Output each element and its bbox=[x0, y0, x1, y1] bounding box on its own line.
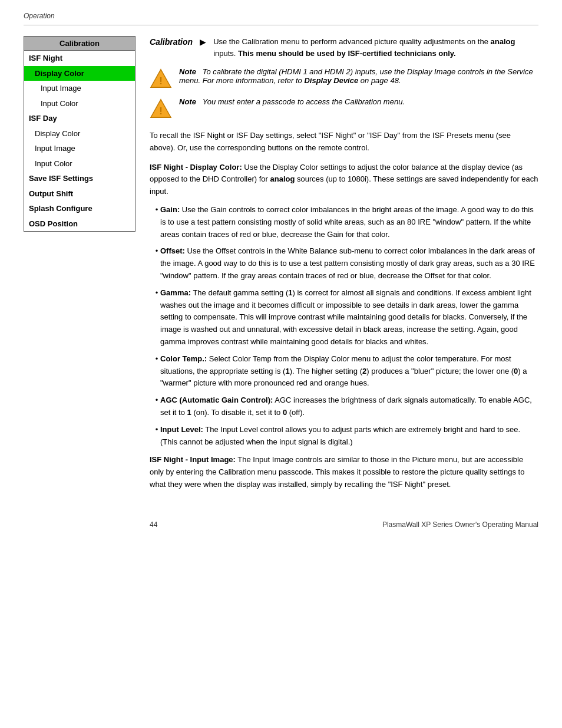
top-divider bbox=[24, 25, 538, 25]
page-number: 44 bbox=[150, 521, 157, 529]
sidebar-item-save-isf[interactable]: Save ISF Settings bbox=[24, 171, 135, 186]
bullet-gamma: Gamma: The default gamma setting (1) is … bbox=[160, 287, 538, 348]
calibration-label: Calibration bbox=[150, 37, 193, 47]
calibration-header: Calibration ▶ Use the Calibration menu t… bbox=[150, 36, 538, 59]
section1-intro: ISF Night - Display Color: Use the Displ… bbox=[150, 162, 538, 198]
svg-text:!: ! bbox=[159, 106, 163, 117]
sidebar-item-splash-configure[interactable]: Splash Configure bbox=[24, 201, 135, 216]
bullet-agc: AGC (Automatic Gain Control): AGC increa… bbox=[160, 394, 538, 419]
bullet-input-level: Input Level: The Input Level control all… bbox=[160, 424, 538, 449]
sidebar-item-input-image-day[interactable]: Input Image bbox=[24, 141, 135, 156]
page-header: Operation bbox=[24, 12, 538, 20]
sidebar-item-input-color-day[interactable]: Input Color bbox=[24, 156, 135, 172]
bullet-offset: Offset: Use the Offset controls in the W… bbox=[160, 245, 538, 282]
calibration-description: Use the Calibration menu to perform adva… bbox=[213, 36, 538, 59]
bullet-list: Gain: Use the Gain controls to correct c… bbox=[160, 204, 538, 448]
notes-container: ! Note To calibrate the digital (HDMI 1 … bbox=[150, 67, 538, 121]
section2-heading: ISF Night - Input Image: bbox=[150, 455, 236, 464]
sidebar-item-display-color-day[interactable]: Display Color bbox=[24, 126, 135, 141]
sidebar-item-display-color-night[interactable]: Display Color bbox=[24, 66, 135, 81]
section-display-color: ISF Night - Display Color: Use the Displ… bbox=[150, 162, 538, 491]
note-1: ! Note To calibrate the digital (HDMI 1 … bbox=[150, 67, 538, 91]
page-footer: 44 PlasmaWall XP Series Owner's Operatin… bbox=[150, 515, 538, 529]
sidebar-item-input-image-night[interactable]: Input Image bbox=[24, 81, 135, 96]
note2-content: Note You must enter a passcode to access… bbox=[179, 97, 405, 106]
sidebar-item-osd-position[interactable]: OSD Position bbox=[24, 216, 135, 232]
content-area: Calibration ISF Night Display Color Inpu… bbox=[24, 36, 538, 529]
calibration-menu: Calibration ISF Night Display Color Inpu… bbox=[24, 36, 135, 232]
menu-title: Calibration bbox=[24, 37, 135, 51]
section2-text: ISF Night - Input Image: The Input Image… bbox=[150, 454, 538, 490]
sidebar-item-isf-day[interactable]: ISF Day bbox=[24, 111, 135, 126]
sidebar-item-output-shift[interactable]: Output Shift bbox=[24, 186, 135, 202]
sidebar-item-input-color-night[interactable]: Input Color bbox=[24, 96, 135, 111]
section1-heading: ISF Night - Display Color: bbox=[150, 163, 242, 172]
arrow-right-icon: ▶ bbox=[200, 37, 206, 47]
sidebar-item-isf-night[interactable]: ISF Night bbox=[24, 51, 135, 66]
recall-text: To recall the ISF Night or ISF Day setti… bbox=[150, 130, 538, 154]
bullet-color-temp: Color Temp.: Select Color Temp from the … bbox=[160, 353, 538, 390]
note1-text: To calibrate the digital (HDMI 1 and HDM… bbox=[179, 67, 533, 85]
note2-icon: ! bbox=[150, 97, 172, 121]
note2-text: You must enter a passcode to access the … bbox=[203, 97, 405, 106]
note1-content: Note To calibrate the digital (HDMI 1 an… bbox=[179, 67, 538, 85]
bullet-gain: Gain: Use the Gain controls to correct c… bbox=[160, 204, 538, 241]
note-2: ! Note You must enter a passcode to acce… bbox=[150, 97, 538, 121]
doc-title: PlasmaWall XP Series Owner's Operating M… bbox=[382, 521, 538, 529]
main-content: Calibration ▶ Use the Calibration menu t… bbox=[150, 36, 538, 529]
note2-label: Note bbox=[179, 97, 196, 106]
svg-text:!: ! bbox=[159, 75, 163, 87]
note1-icon: ! bbox=[150, 67, 172, 91]
note1-label: Note bbox=[179, 67, 196, 76]
